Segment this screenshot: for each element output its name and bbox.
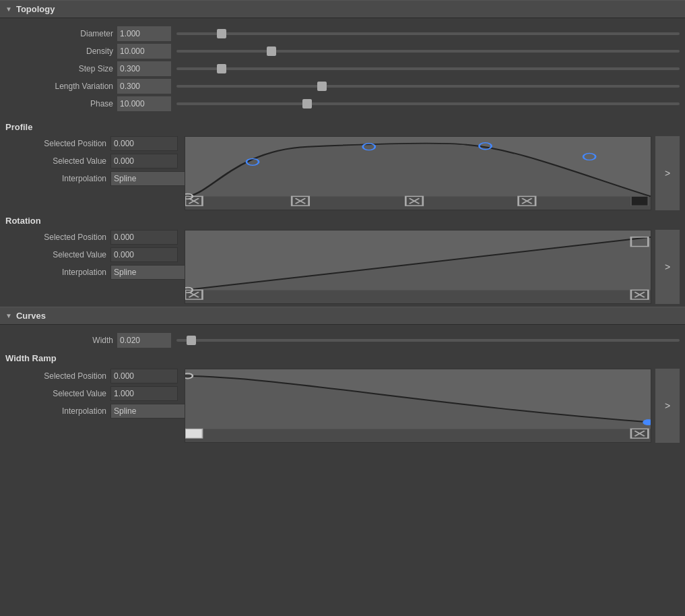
curves-title: Curves (16, 311, 46, 321)
profile-position-row: Selected Position (5, 136, 181, 151)
rotation-position-row: Selected Position (5, 230, 181, 245)
curves-content: Width Width Ramp Selected Position Selec… (0, 325, 685, 451)
rotation-interpolation-select[interactable]: Spline Linear Constant (110, 265, 191, 280)
profile-position-label: Selected Position (5, 139, 106, 148)
svg-rect-18 (631, 196, 648, 206)
lengthvariation-slider-track[interactable] (176, 85, 680, 88)
density-input[interactable] (117, 44, 171, 59)
profile-controls: Selected Position Selected Value Interpo… (5, 136, 181, 210)
diameter-slider-track[interactable] (176, 32, 680, 35)
density-slider-track[interactable] (176, 50, 680, 53)
density-label: Density (5, 47, 113, 56)
widthramp-position-label: Selected Position (5, 371, 106, 381)
rotation-interpolation-wrapper: Spline Linear Constant ▾ (110, 265, 191, 280)
widthramp-graph-svg (185, 369, 651, 442)
profile-expand-button[interactable]: > (655, 136, 680, 210)
rotation-interpolation-row: Interpolation Spline Linear Constant ▾ (5, 265, 181, 280)
width-label: Width (5, 336, 113, 345)
profile-interpolation-select[interactable]: Spline Linear Constant (110, 171, 191, 186)
profile-area: Selected Position Selected Value Interpo… (0, 133, 685, 213)
topology-header[interactable]: ▼ Topology (0, 0, 685, 18)
svg-rect-21 (185, 290, 651, 303)
rotation-area: Selected Position Selected Value Interpo… (0, 227, 685, 307)
rotation-controls: Selected Position Selected Value Interpo… (5, 230, 181, 304)
profile-interpolation-label: Interpolation (5, 174, 106, 183)
topology-title: Topology (16, 4, 55, 14)
widthramp-graph[interactable] (185, 369, 651, 443)
profile-graph[interactable] (185, 136, 651, 210)
rotation-value-input[interactable] (110, 247, 178, 262)
rotation-position-label: Selected Position (5, 233, 106, 242)
widthramp-interpolation-wrapper: Spline Linear Constant ▾ (110, 404, 191, 419)
profile-position-input[interactable] (110, 136, 178, 151)
phase-row: Phase (0, 96, 685, 111)
density-row: Density (0, 44, 685, 59)
width-slider-thumb[interactable] (187, 336, 196, 345)
phase-input[interactable] (117, 96, 171, 111)
profile-value-label: Selected Value (5, 156, 106, 166)
diameter-label: Diameter (5, 29, 113, 38)
stepsize-label: Step Size (5, 64, 113, 73)
rotation-position-input[interactable] (110, 230, 178, 245)
width-ramp-label: Width Ramp (0, 350, 685, 366)
widthramp-value-input[interactable] (110, 386, 178, 401)
stepsize-slider-track[interactable] (176, 67, 680, 70)
curves-header[interactable]: ▼ Curves (0, 307, 685, 325)
lengthvariation-slider-thumb[interactable] (317, 82, 327, 91)
phase-slider-thumb[interactable] (302, 99, 312, 109)
svg-rect-32 (185, 429, 651, 442)
rotation-value-row: Selected Value (5, 247, 181, 262)
profile-graph-svg (185, 137, 651, 210)
widthramp-interpolation-label: Interpolation (5, 406, 106, 416)
diameter-row: Diameter (0, 26, 685, 41)
lengthvariation-row: Length Variation (0, 79, 685, 94)
phase-label: Phase (5, 99, 113, 109)
widthramp-value-label: Selected Value (5, 389, 106, 398)
widthramp-interpolation-select[interactable]: Spline Linear Constant (110, 404, 191, 419)
rotation-label: Rotation (0, 213, 685, 227)
lengthvariation-label: Length Variation (5, 82, 113, 91)
lengthvariation-input[interactable] (117, 79, 171, 94)
widthramp-value-row: Selected Value (5, 386, 181, 401)
widthramp-position-input[interactable] (110, 369, 178, 383)
phase-slider-track[interactable] (176, 102, 680, 105)
stepsize-input[interactable] (117, 61, 171, 76)
topology-content: Diameter Density Step Size Length Variat… (0, 18, 685, 119)
main-panel: ▼ Topology Diameter Density Step Size (0, 0, 685, 451)
rotation-graph[interactable] (185, 230, 651, 304)
diameter-slider-thumb[interactable] (217, 29, 226, 38)
width-row: Width (0, 333, 685, 348)
rotation-interpolation-label: Interpolation (5, 268, 106, 277)
rotation-expand-button[interactable]: > (655, 230, 680, 304)
profile-value-row: Selected Value (5, 154, 181, 168)
topology-collapse-icon: ▼ (5, 5, 12, 13)
diameter-input[interactable] (117, 26, 171, 41)
profile-interpolation-wrapper: Spline Linear Constant ▾ (110, 171, 191, 186)
svg-rect-35 (185, 429, 202, 438)
width-slider-track[interactable] (176, 339, 680, 342)
stepsize-row: Step Size (0, 61, 685, 76)
width-ramp-controls: Selected Position Selected Value Interpo… (5, 369, 181, 443)
svg-point-34 (643, 420, 651, 425)
density-slider-thumb[interactable] (267, 47, 276, 56)
stepsize-slider-thumb[interactable] (217, 64, 226, 73)
profile-interpolation-row: Interpolation Spline Linear Constant ▾ (5, 171, 181, 186)
rotation-value-label: Selected Value (5, 250, 106, 259)
profile-value-input[interactable] (110, 154, 178, 168)
widthramp-interpolation-row: Interpolation Spline Linear Constant ▾ (5, 404, 181, 419)
width-ramp-area: Selected Position Selected Value Interpo… (0, 366, 685, 445)
rotation-graph-svg (185, 230, 651, 303)
widthramp-expand-button[interactable]: > (655, 369, 680, 443)
width-input[interactable] (117, 333, 171, 348)
curves-collapse-icon: ▼ (5, 312, 12, 319)
widthramp-position-row: Selected Position (5, 369, 181, 383)
profile-label: Profile (0, 119, 685, 133)
